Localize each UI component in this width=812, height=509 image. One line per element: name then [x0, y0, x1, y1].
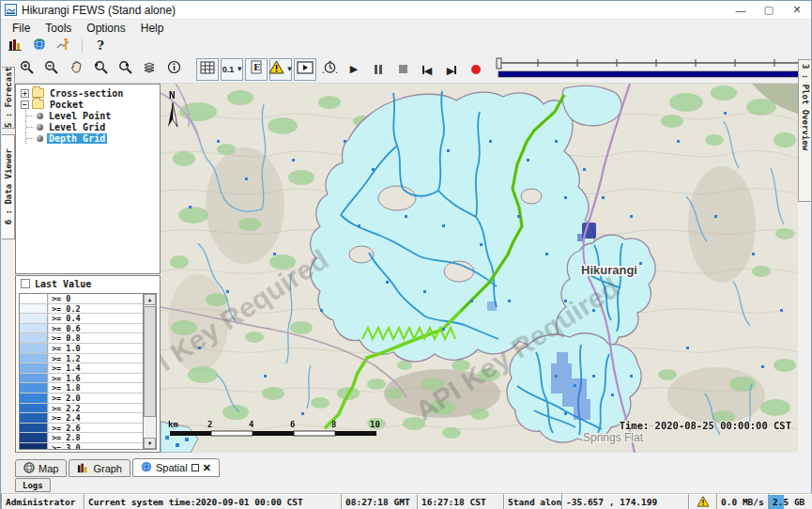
play-icon: ▶ [350, 64, 358, 74]
expand-icon[interactable]: + [21, 89, 29, 98]
tab-data-viewer[interactable]: 6 : Data Viewer [2, 134, 15, 239]
node-bullet-icon [37, 124, 43, 131]
map-canvas[interactable]: Hikurangi Springs Flat API Key Required … [161, 84, 798, 453]
show-grid-button[interactable] [196, 58, 219, 81]
status-gmt-time: 08:27:18 GMT [341, 494, 417, 509]
legend-swatch [20, 294, 48, 303]
timer-settings-button[interactable] [318, 58, 341, 81]
play-button[interactable]: ▶ [343, 58, 365, 81]
legend-entry: >= 2.8 [20, 433, 143, 443]
scroll-up-icon[interactable]: ▲ [144, 294, 156, 305]
menu-options[interactable]: Options [79, 21, 132, 36]
pan-button[interactable] [65, 58, 87, 81]
status-bar: Administrator Current system time:2020-0… [1, 493, 812, 509]
database-viewer-button[interactable] [5, 37, 25, 54]
zoom-in-icon [20, 60, 35, 79]
left-tab-strip: 5 : Forecast 6 : Data Viewer [1, 67, 15, 453]
title-bar: Hikurangi FEWS (Stand alone) — ▢ ✕ [1, 1, 811, 20]
node-bullet-icon [37, 113, 43, 119]
tree-item-level-grid[interactable]: Level Grid [16, 121, 160, 132]
tree-connector [25, 132, 35, 144]
area-label: Springs Flat [583, 431, 644, 444]
close-tab-icon[interactable]: ✕ [203, 462, 211, 474]
time-slider-thumb [497, 58, 501, 69]
help-button[interactable]: ? [90, 37, 111, 54]
status-local-time: 16:27:18 CST [417, 494, 503, 509]
menu-tools[interactable]: Tools [38, 21, 79, 36]
svg-text:2: 2 [207, 420, 212, 429]
step-forward-button[interactable]: ▶ [440, 58, 463, 81]
legend-swatch [20, 393, 48, 403]
map-time-label: Time: 2020-08-25 00:00:00 CST [620, 420, 791, 431]
skip-end-icon: ▶ [447, 61, 456, 78]
collapse-icon[interactable]: − [21, 100, 29, 109]
scroll-thumb[interactable] [144, 306, 156, 417]
tree-item-pocket[interactable]: − Pocket [16, 99, 160, 110]
timeseries-display-button[interactable] [54, 37, 74, 54]
undock-icon[interactable] [192, 464, 199, 471]
thresholds-dropdown[interactable]: ▼ [269, 58, 292, 81]
stop-button[interactable] [391, 58, 414, 81]
chevron-down-icon: ▼ [286, 65, 294, 73]
menu-bar: File Tools Options Help [1, 20, 811, 36]
scroll-down-icon[interactable]: ▼ [144, 438, 156, 449]
tab-map[interactable]: Map [15, 459, 67, 477]
tree-item-level-point[interactable]: Level Point [16, 110, 160, 121]
warning-triangle-icon [268, 60, 284, 78]
time-slider[interactable] [495, 55, 812, 84]
legend-swatch [20, 354, 48, 363]
step-back-button[interactable]: ◀ [416, 58, 438, 81]
legend-entry: >= 1.4 [20, 363, 143, 374]
maximize-button[interactable]: ▢ [755, 1, 783, 19]
menu-file[interactable]: File [5, 21, 38, 36]
close-button[interactable]: ✕ [783, 1, 811, 19]
legend-swatch [20, 324, 48, 333]
movie-play-icon [297, 61, 314, 78]
legend-swatch [20, 433, 48, 442]
legend-list: >= 0 >= 0.2 >= 0.4 >= 0.6 >= 0.8 >= 1.0 … [19, 293, 157, 450]
last-value-checkbox[interactable] [21, 279, 30, 288]
legend-entry: >= 2.0 [20, 393, 143, 404]
right-tab-strip: 3 : Plot Overview [798, 55, 812, 453]
legend-swatch [20, 424, 48, 433]
filter-tree-panel: + Cross-section − Pocket Level Point Lev… [15, 84, 161, 274]
tree-connector [25, 121, 35, 132]
svg-text:8: 8 [331, 420, 336, 429]
zoom-in-button[interactable] [16, 58, 38, 81]
zoom-previous-icon [93, 60, 109, 79]
tab-spatial[interactable]: Spatial ✕ [132, 458, 220, 477]
contour-interval-value: 0.1 [222, 65, 235, 74]
pause-button[interactable] [367, 58, 390, 81]
bottom-tab-bar: Map Graph Spatial ✕ [15, 458, 220, 477]
contour-interval-dropdown[interactable]: 0.1 ▼ [221, 58, 243, 81]
last-value-label: Last Value [35, 279, 91, 289]
logs-button[interactable]: Logs [15, 478, 51, 492]
legend-entry: >= 0.6 [20, 324, 143, 334]
status-warning[interactable] [688, 494, 716, 509]
legend-entry: >= 2.6 [20, 424, 143, 434]
tree-connector [25, 110, 35, 121]
minimize-button[interactable]: — [727, 1, 755, 19]
svg-text:km: km [168, 420, 178, 429]
info-button[interactable] [162, 58, 185, 81]
menu-help[interactable]: Help [133, 21, 172, 36]
zoom-out-button[interactable] [40, 58, 63, 81]
animation-button[interactable] [294, 58, 316, 81]
legend-entry: >= 3.0 [20, 443, 143, 450]
help-icon: ? [97, 39, 104, 53]
legend-scrollbar[interactable]: ▲ ▼ [143, 294, 156, 449]
zoom-next-icon [117, 60, 133, 79]
legend-entry: >= 0 [20, 294, 143, 304]
status-coordinates: -35.657 , 174.199 [561, 494, 688, 509]
classify-button[interactable]: E [245, 58, 268, 81]
record-button[interactable] [465, 58, 487, 81]
svg-text:N: N [169, 89, 176, 101]
tree-item-depth-grid[interactable]: Depth Grid [16, 132, 160, 144]
layers-button[interactable] [138, 58, 161, 81]
tab-graph[interactable]: Graph [69, 459, 130, 477]
zoom-previous-button[interactable] [89, 58, 112, 81]
tab-plot-overview[interactable]: 3 : Plot Overview [798, 59, 812, 202]
zoom-next-button[interactable] [114, 58, 136, 81]
map-display-button[interactable] [29, 37, 50, 54]
tab-forecast[interactable]: 5 : Forecast [2, 67, 15, 129]
